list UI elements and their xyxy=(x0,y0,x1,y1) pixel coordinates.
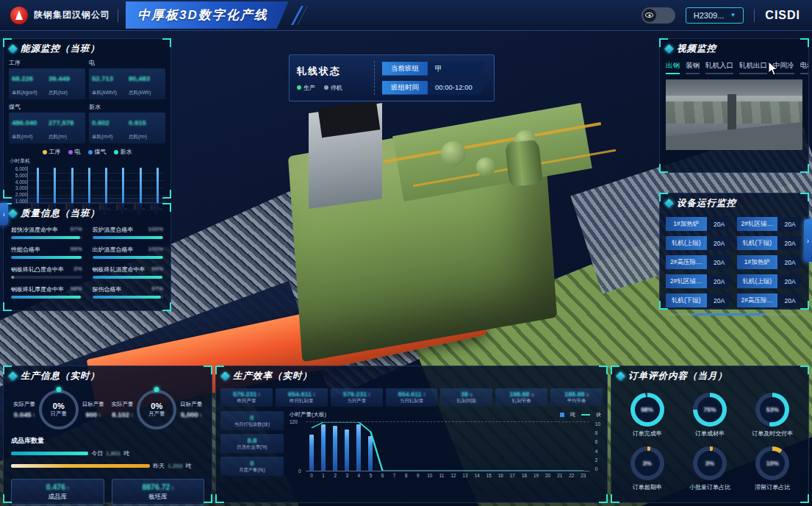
header-actions: H2309... ▼ CISDI xyxy=(642,7,800,24)
equipment-item: 轧机(上辊)20A xyxy=(666,236,732,250)
metric-label: 单耗(kgce/t) xyxy=(12,90,37,95)
inventory-title: 成品库数量 xyxy=(4,431,212,447)
y-tick: 4,000 xyxy=(15,179,27,185)
divider xyxy=(374,61,375,95)
metric-label: 目标产量 xyxy=(176,401,206,408)
diamond-icon xyxy=(220,371,230,381)
company-name: 陕钢集团汉钢公司 xyxy=(34,9,110,21)
energy-chart-legend: 工序 电 煤气 新水 xyxy=(4,148,170,156)
box-unit: t xyxy=(172,485,173,491)
visibility-toggle[interactable] xyxy=(642,7,675,24)
quality-metric: 性能合格率99% xyxy=(11,246,82,259)
energy-group-gas: 煤气 486.040单耗(m³/t)277,578总耗(m³) xyxy=(9,102,85,143)
tab-mill-entry[interactable]: 轧机入口 xyxy=(705,61,733,74)
legend-label: 新水 xyxy=(121,148,132,156)
equipment-item: 轧机(下辊)20A xyxy=(737,236,803,250)
metric-value: 97% xyxy=(151,285,163,293)
video-panel-title: 视频监控 xyxy=(660,39,808,58)
metric-unit: t xyxy=(33,413,35,418)
metric-value: 98% xyxy=(70,285,82,293)
group-name: 电 xyxy=(89,59,165,67)
efficiency-stats: 579.231 t昨日产量 654.611 t昨日轧制量 579.231 t当日… xyxy=(216,385,607,410)
toggle-knob[interactable] xyxy=(643,9,656,22)
metric-value: 39.449 xyxy=(48,74,70,82)
donut-value: 3% xyxy=(630,446,664,480)
metric-label: 单耗(m³/t) xyxy=(12,134,33,139)
stat-box: 654.611 t昨日轧制量 xyxy=(276,388,328,407)
metric-label: 装炉温度合格率 xyxy=(93,226,134,234)
line-series xyxy=(306,422,589,471)
tab-tapping[interactable]: 出钢 xyxy=(666,61,680,74)
inventory-bar-yesterday: 昨天1,203吨 xyxy=(4,460,212,472)
donut-cell: 3%小批量订单占比 xyxy=(689,446,730,491)
equipment-item: 2#高压除…20A xyxy=(666,255,732,269)
side-stat-box: 0月度产量(吨) xyxy=(220,457,284,476)
metric-value: 68.226 xyxy=(12,74,33,82)
box-value: 8876.72 xyxy=(142,482,170,491)
metric-label: 单耗(kWh/t) xyxy=(92,90,117,95)
side-stat-box: 8.8日历作业率(%) xyxy=(220,434,284,453)
equipment-item: 2#高压除…20A xyxy=(737,293,803,307)
target-output-day: 目标产量900 t xyxy=(79,401,108,418)
quality-metric: 探伤合格率97% xyxy=(93,285,164,299)
scrollbar-thumb[interactable] xyxy=(691,313,765,316)
equipment-item: 2#轧区辅…20A xyxy=(666,274,732,288)
metric-value: 3% xyxy=(73,266,82,274)
donut-cell: 75%订单成材率 xyxy=(693,393,727,438)
rolling-status-title: 轧线状态 xyxy=(297,65,367,78)
metric-value: 5,000 xyxy=(181,410,198,418)
metric-value: 0.045 xyxy=(14,410,32,418)
tab-electric-heating[interactable]: 电动热 xyxy=(800,61,809,74)
left-panel-collapse-handle[interactable]: ‹ xyxy=(0,203,8,225)
equipment-name: 轧机(上辊) xyxy=(666,236,707,250)
production-panel: 生产信息（实时） 实际产量0.045 t 0%日产量 目标产量900 t 实际产… xyxy=(3,366,212,503)
donut-label: 订单超期率 xyxy=(630,483,664,491)
equipment-value: 20A xyxy=(707,255,732,269)
donut-chart: 3% xyxy=(630,446,664,480)
status-dot-stopped xyxy=(324,85,328,90)
stat-label: 轧制间隔 xyxy=(441,398,492,405)
equipment-item: 轧机(下辊)20A xyxy=(666,293,732,307)
horizontal-scrollbar[interactable] xyxy=(667,313,801,316)
bar-value: 1,203 xyxy=(168,463,182,469)
divider xyxy=(754,9,755,22)
order-donuts: 98%订单完成率 75%订单成材率 53%订单及时交付率 3%订单超期率 3%小… xyxy=(611,385,808,499)
energy-group-electricity: 电 52.713单耗(kWh/t)80,483总耗(kWh) xyxy=(89,58,165,99)
stat-box: 38 s轧制间隔 xyxy=(440,388,492,407)
orders-panel-title-text: 订单评价内容（当月） xyxy=(628,370,727,382)
tab-mill-exit[interactable]: 轧机出口 xyxy=(739,61,767,74)
tab-charging[interactable]: 装钢 xyxy=(686,61,700,74)
bar xyxy=(11,452,88,455)
efficiency-panel: 生产效率（实时） 579.231 t昨日产量 654.611 t昨日轧制量 57… xyxy=(215,366,608,503)
quality-panel-title-text: 质量信息（当班） xyxy=(21,207,100,220)
bar-unit: 吨 xyxy=(185,462,191,470)
orders-panel-title: 订单评价内容（当月） xyxy=(611,366,808,385)
legend-dot xyxy=(68,150,73,154)
metric-value: 277,578 xyxy=(48,118,73,126)
energy-groups: 工序 68.226单耗(kgce/t)39.449总耗(tce) 电 52.71… xyxy=(4,58,170,143)
right-panel-collapse-handle[interactable]: › xyxy=(804,219,812,262)
box-value: 0.476 xyxy=(46,482,65,491)
donut-label: 滞留订单占比 xyxy=(755,483,790,491)
metric-label: 探伤合格率 xyxy=(93,285,122,293)
donut-label: 订单完成率 xyxy=(630,430,664,438)
bar-value: 1,801 xyxy=(106,450,121,457)
progress-bar xyxy=(11,256,82,259)
status-dot-production xyxy=(297,85,301,90)
stat-label: 月度产量(吨) xyxy=(222,467,282,474)
monthly-output-gauge: 0%月产量 xyxy=(137,390,176,430)
shift-select-dropdown[interactable]: H2309... ▼ xyxy=(686,7,744,24)
camera-feed xyxy=(666,79,802,150)
metric-value: 52.713 xyxy=(92,74,113,82)
page-title: 中厚板3D数字化产线 xyxy=(126,1,289,29)
equipment-value: 20A xyxy=(707,293,732,307)
stat-label: 当日产量 xyxy=(331,398,382,405)
equipment-item: 2#轧区辅…20A xyxy=(737,217,803,231)
metric-value: 0.915 xyxy=(129,118,146,126)
progress-bar xyxy=(93,296,162,299)
y-tick: 2,000 xyxy=(15,192,27,197)
slab-yard-box: 8876.72 t板坯库 xyxy=(112,479,205,505)
bar-label: 今日 xyxy=(91,449,103,457)
metric-value: 486.040 xyxy=(12,118,37,126)
metric-label: 总耗(tce) xyxy=(48,90,68,95)
